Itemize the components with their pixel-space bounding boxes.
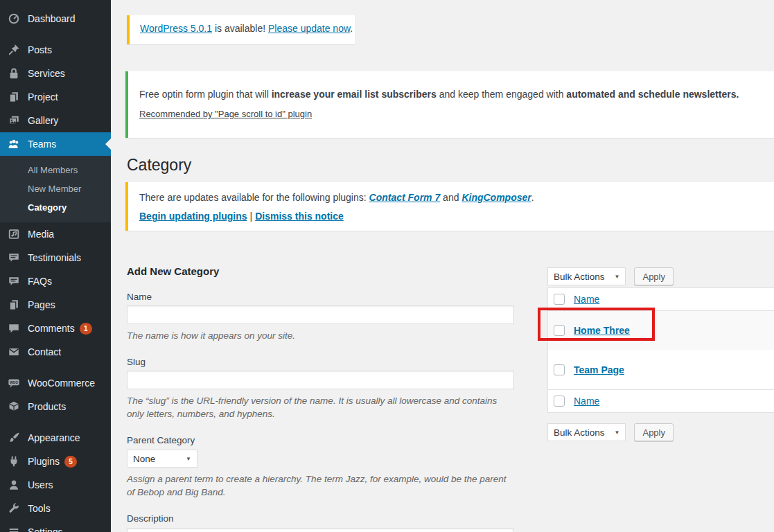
plugin-updates-text-part: and [440, 192, 461, 203]
parent-category-select[interactable]: None ▼ [127, 450, 197, 468]
submenu-item-new-member[interactable]: New Member [0, 179, 111, 198]
bulk-actions-select[interactable]: Bulk Actions ▼ [547, 267, 626, 285]
name-column-header[interactable]: Name [574, 294, 599, 305]
sidebar-item-label: Users [28, 479, 53, 490]
category-slug-input[interactable] [127, 371, 514, 389]
list-toolbar-bottom: Bulk Actions ▼ Apply [547, 423, 674, 441]
recommended-by-link[interactable]: Recommended by "Page scroll to id" plugi… [139, 109, 312, 119]
submenu-item-all-members[interactable]: All Members [0, 161, 111, 179]
description-label: Description [127, 513, 514, 524]
sidebar-item-label: Project [28, 91, 58, 103]
sidebar-item-appearance[interactable]: Appearance [0, 426, 111, 450]
gallery-icon [6, 114, 21, 127]
sidebar-item-comments[interactable]: Comments 1 [0, 317, 111, 340]
sidebar-item-contact[interactable]: Contact [0, 340, 111, 364]
settings-sliders-icon [6, 525, 21, 532]
name-label: Name [127, 292, 514, 302]
table-row-home-three: Home Three [548, 311, 774, 350]
bulk-actions-selected-value: Bulk Actions [554, 272, 605, 282]
sidebar-item-settings[interactable]: Settings [0, 520, 111, 532]
name-column-footer[interactable]: Name [574, 396, 599, 407]
sidebar-item-project[interactable]: Project [0, 85, 111, 109]
user-icon [6, 478, 21, 492]
submenu-item-category[interactable]: Category [0, 198, 111, 217]
sidebar-item-label: Pages [28, 299, 55, 310]
table-row-team-page: Team Page [548, 350, 774, 389]
form-heading: Add New Category [127, 265, 514, 277]
select-all-checkbox[interactable] [554, 396, 565, 407]
sidebar-item-label: Appearance [28, 432, 80, 443]
sidebar-item-label: Comments [28, 323, 75, 334]
pages-icon [6, 298, 21, 312]
envelope-icon [6, 345, 21, 359]
category-description-textarea[interactable] [127, 528, 513, 532]
wordpress-update-notice: WordPress 5.0.1 is available! Please upd… [127, 15, 355, 44]
list-toolbar-top: Bulk Actions ▼ Apply [547, 267, 674, 285]
sidebar-item-label: Products [28, 401, 66, 412]
sidebar-item-gallery[interactable]: Gallery [0, 109, 111, 132]
wordpress-version-link[interactable]: WordPress 5.0.1 [140, 23, 212, 34]
apply-button[interactable]: Apply [634, 423, 674, 441]
sidebar-item-plugins[interactable]: Plugins 5 [0, 450, 111, 473]
please-update-link[interactable]: Please update now [268, 23, 350, 34]
category-link-home-three[interactable]: Home Three [574, 325, 630, 336]
dismiss-notice-link[interactable]: Dismiss this notice [255, 211, 344, 222]
parent-category-selected-value: None [133, 454, 155, 464]
row-checkbox[interactable] [554, 364, 565, 375]
contact-form-7-link[interactable]: Contact Form 7 [369, 192, 441, 203]
testimonial-bubble-icon [6, 251, 21, 265]
select-all-checkbox[interactable] [554, 294, 565, 305]
menu-separator [0, 364, 111, 371]
bulk-actions-select[interactable]: Bulk Actions ▼ [547, 423, 626, 441]
media-icon [6, 227, 21, 241]
sidebar-item-pages[interactable]: Pages [0, 293, 111, 317]
sidebar-item-label: FAQs [28, 276, 52, 287]
category-name-input[interactable] [127, 305, 514, 324]
apply-button[interactable]: Apply [634, 267, 674, 285]
plugins-count-badge: 5 [64, 456, 77, 468]
parent-help-text: Assign a parent term to create a hierarc… [127, 472, 514, 499]
sidebar-item-label: Services [28, 68, 65, 79]
parent-category-label: Parent Category [127, 435, 514, 445]
row-checkbox[interactable] [554, 325, 565, 336]
categories-table: Name Home Three Team Page Name [547, 287, 774, 413]
sidebar-item-media[interactable]: Media [0, 222, 111, 246]
table-footer-row: Name [548, 389, 774, 412]
document-stack-icon [6, 90, 21, 104]
plugin-updates-text-part: There are updates available for the foll… [139, 192, 369, 203]
optin-text-part: Free optin form plugin that will [139, 89, 272, 100]
sidebar-item-dashboard[interactable]: Dashboard [0, 7, 111, 30]
sidebar-item-woocommerce[interactable]: WOO WooCommerce [0, 371, 111, 395]
optin-bold-part: increase your email list subscribers [272, 89, 437, 100]
sidebar-item-teams[interactable]: Teams [0, 132, 111, 156]
category-link-team-page[interactable]: Team Page [574, 364, 624, 375]
chevron-down-icon: ▼ [615, 274, 620, 280]
comments-count-badge: 1 [80, 323, 92, 335]
name-help-text: The name is how it appears on your site. [127, 329, 514, 342]
wordpress-admin-screen: Dashboard Posts Services Project [0, 0, 774, 532]
sidebar-item-tools[interactable]: Tools [0, 497, 111, 520]
sidebar-item-label: Teams [28, 139, 56, 150]
menu-separator [0, 30, 111, 38]
teams-submenu: All Members New Member Category [0, 156, 111, 222]
pushpin-icon [6, 43, 21, 57]
sidebar-item-label: Dashboard [28, 13, 76, 24]
sidebar-item-testimonials[interactable]: Testimonials [0, 246, 111, 269]
svg-text:WOO: WOO [10, 381, 18, 384]
begin-updating-plugins-link[interactable]: Begin updating plugins [139, 211, 247, 222]
sidebar-item-users[interactable]: Users [0, 473, 111, 497]
update-notice-period: . [350, 23, 353, 34]
optin-notice-text: Free optin form plugin that will increas… [139, 89, 763, 100]
add-category-form: Add New Category Name The name is how it… [127, 265, 514, 532]
sidebar-item-products[interactable]: Products [0, 395, 111, 418]
people-icon [6, 137, 21, 151]
update-notice-text: is available! [212, 23, 268, 34]
sidebar-item-services[interactable]: Services [0, 62, 111, 85]
sidebar-item-posts[interactable]: Posts [0, 38, 111, 62]
link-separator: | [250, 211, 253, 222]
kingcomposer-link[interactable]: KingComposer [461, 192, 531, 203]
faq-bubble-icon [6, 274, 21, 288]
slug-label: Slug [127, 357, 514, 367]
menu-separator [0, 418, 111, 426]
sidebar-item-faqs[interactable]: FAQs [0, 269, 111, 293]
